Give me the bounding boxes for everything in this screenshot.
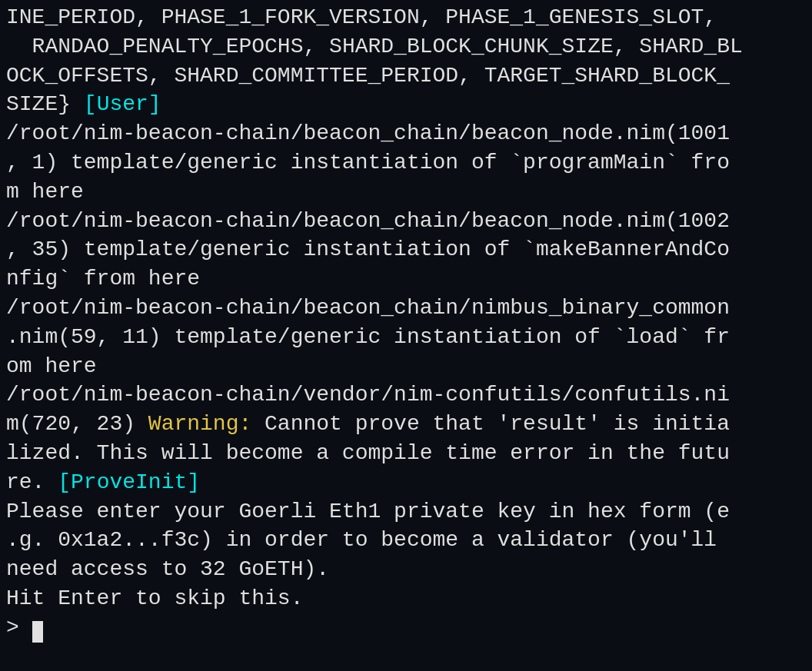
terminal-text: re. <box>6 470 58 494</box>
terminal-cursor <box>32 621 43 643</box>
terminal-text: need access to 32 GoETH). <box>6 557 329 581</box>
terminal-line: need access to 32 GoETH). <box>6 555 806 584</box>
terminal-text: m(720, 23) <box>6 412 148 436</box>
terminal-line: RANDAO_PENALTY_EPOCHS, SHARD_BLOCK_CHUNK… <box>6 32 806 61</box>
terminal-line: m(720, 23) Warning: Cannot prove that 'r… <box>6 410 806 439</box>
terminal-text: Cannot prove that 'result' is initia <box>251 412 730 436</box>
terminal-text: .g. 0x1a2...f3c) in order to become a va… <box>6 528 717 552</box>
terminal-text: /root/nim-beacon-chain/beacon_chain/beac… <box>6 209 730 233</box>
terminal-text: lized. This will become a compile time e… <box>6 441 730 465</box>
terminal-window[interactable]: INE_PERIOD, PHASE_1_FORK_VERSION, PHASE_… <box>0 0 812 671</box>
terminal-text: om here <box>6 354 97 378</box>
terminal-text: , 1) template/generic instantiation of `… <box>6 151 730 174</box>
terminal-line: /root/nim-beacon-chain/beacon_chain/beac… <box>6 119 806 148</box>
terminal-text: OCK_OFFSETS, SHARD_COMMITTEE_PERIOD, TAR… <box>6 64 730 88</box>
terminal-text: m here <box>6 180 84 204</box>
terminal-line: > <box>6 613 806 643</box>
terminal-line: nfig` from here <box>6 264 806 294</box>
terminal-line: /root/nim-beacon-chain/beacon_chain/beac… <box>6 207 806 236</box>
terminal-text: SIZE} <box>6 92 84 116</box>
terminal-line: lized. This will become a compile time e… <box>6 439 806 468</box>
terminal-line: , 35) template/generic instantiation of … <box>6 235 806 264</box>
terminal-text: , 35) template/generic instantiation of … <box>6 238 730 261</box>
terminal-text: /root/nim-beacon-chain/beacon_chain/beac… <box>6 121 730 145</box>
terminal-line: re. [ProveInit] <box>6 468 806 497</box>
terminal-text: Please enter your Goerli Eth1 private ke… <box>6 500 730 523</box>
terminal-line: .g. 0x1a2...f3c) in order to become a va… <box>6 526 806 555</box>
terminal-text: /root/nim-beacon-chain/vendor/nim-confut… <box>6 383 730 407</box>
terminal-line: /root/nim-beacon-chain/beacon_chain/nimb… <box>6 294 806 323</box>
terminal-text: [ProveInit] <box>58 470 200 494</box>
terminal-text: [User] <box>84 92 161 116</box>
terminal-line: om here <box>6 352 806 381</box>
terminal-line: .nim(59, 11) template/generic instantiat… <box>6 323 806 352</box>
terminal-text: /root/nim-beacon-chain/beacon_chain/nimb… <box>6 296 730 320</box>
terminal-text: nfig` from here <box>6 267 200 291</box>
terminal-line: INE_PERIOD, PHASE_1_FORK_VERSION, PHASE_… <box>6 3 806 32</box>
terminal-line: Hit Enter to skip this. <box>6 584 806 613</box>
terminal-text: Warning: <box>148 412 251 436</box>
terminal-line: OCK_OFFSETS, SHARD_COMMITTEE_PERIOD, TAR… <box>6 61 806 91</box>
terminal-text: .nim(59, 11) template/generic instantiat… <box>6 325 730 349</box>
terminal-text: INE_PERIOD, PHASE_1_FORK_VERSION, PHASE_… <box>6 5 717 29</box>
terminal-text: Hit Enter to skip this. <box>6 586 303 610</box>
terminal-line: Please enter your Goerli Eth1 private ke… <box>6 497 806 527</box>
terminal-line: /root/nim-beacon-chain/vendor/nim-confut… <box>6 380 806 410</box>
terminal-line: SIZE} [User] <box>6 90 806 119</box>
terminal-line: m here <box>6 178 806 207</box>
terminal-text: RANDAO_PENALTY_EPOCHS, SHARD_BLOCK_CHUNK… <box>6 35 743 58</box>
terminal-line: , 1) template/generic instantiation of `… <box>6 148 806 178</box>
terminal-text: > <box>6 616 32 639</box>
